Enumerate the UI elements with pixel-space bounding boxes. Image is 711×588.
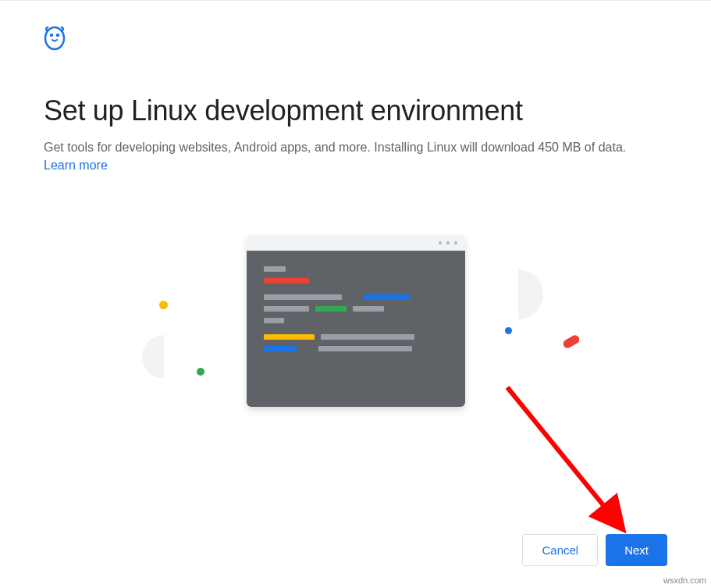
dialog-content: Set up Linux development environment Get… bbox=[0, 1, 711, 477]
watermark: wsxdn.com bbox=[663, 576, 706, 585]
decorative-shape bbox=[518, 269, 543, 319]
next-button[interactable]: Next bbox=[606, 534, 667, 566]
terminal-body bbox=[247, 251, 465, 407]
page-subtitle: Get tools for developing websites, Andro… bbox=[44, 138, 667, 157]
illustration bbox=[44, 235, 667, 477]
cancel-button[interactable]: Cancel bbox=[522, 534, 598, 566]
svg-point-2 bbox=[56, 34, 59, 37]
terminal-titlebar bbox=[247, 235, 465, 251]
dialog-footer: Cancel Next bbox=[522, 534, 667, 566]
learn-more-link[interactable]: Learn more bbox=[44, 159, 108, 173]
decorative-dot bbox=[159, 301, 168, 309]
svg-point-0 bbox=[45, 27, 64, 49]
linux-penguin-icon bbox=[44, 26, 667, 54]
decorative-shape bbox=[142, 335, 164, 379]
page-title: Set up Linux development environment bbox=[44, 94, 667, 127]
svg-point-1 bbox=[50, 34, 53, 37]
terminal-illustration bbox=[247, 235, 465, 407]
decorative-dot bbox=[197, 368, 204, 376]
decorative-pill bbox=[562, 333, 581, 350]
decorative-dot bbox=[505, 327, 512, 334]
